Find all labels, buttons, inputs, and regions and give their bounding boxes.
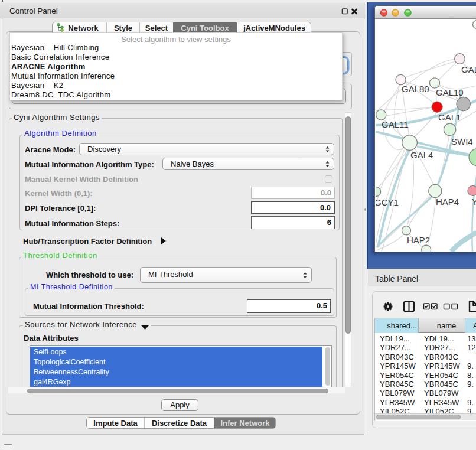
svg-text:GAL4: GAL4	[410, 150, 433, 160]
svg-text:HAP2: HAP2	[407, 235, 430, 245]
svg-text:GAL10: GAL10	[436, 87, 464, 97]
svg-text:GAL1: GAL1	[438, 112, 461, 122]
svg-text:GAL7: GAL7	[461, 64, 476, 74]
svg-text:GCY1: GCY1	[376, 197, 399, 207]
svg-text:HAP4: HAP4	[436, 197, 459, 207]
svg-text:Y: Y	[472, 197, 476, 207]
svg-text:SWI4: SWI4	[451, 136, 473, 146]
svg-text:GAL80: GAL80	[402, 84, 429, 94]
svg-text:GAL11: GAL11	[382, 119, 409, 129]
